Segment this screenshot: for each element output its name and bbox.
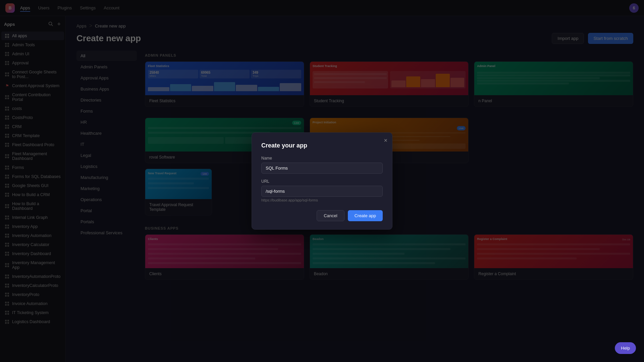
cancel-button[interactable]: Cancel (317, 210, 344, 221)
app-name-input[interactable] (261, 163, 383, 174)
url-hint: https://budibase.app/app/sql-forms (261, 198, 383, 202)
name-label: Name (261, 156, 383, 161)
name-form-group: Name (261, 156, 383, 174)
app-url-input[interactable] (261, 186, 383, 197)
modal-backdrop[interactable]: × Create your app Name URL https://budib… (0, 0, 644, 362)
url-form-group: URL https://budibase.app/app/sql-forms (261, 179, 383, 202)
modal-title: Create your app (261, 142, 383, 149)
modal-actions: Cancel Create app (261, 210, 383, 221)
url-label: URL (261, 179, 383, 184)
help-button[interactable]: Help (615, 342, 636, 354)
create-app-button[interactable]: Create app (348, 210, 383, 221)
create-app-modal: × Create your app Name URL https://budib… (252, 132, 392, 230)
modal-close-button[interactable]: × (384, 137, 387, 143)
